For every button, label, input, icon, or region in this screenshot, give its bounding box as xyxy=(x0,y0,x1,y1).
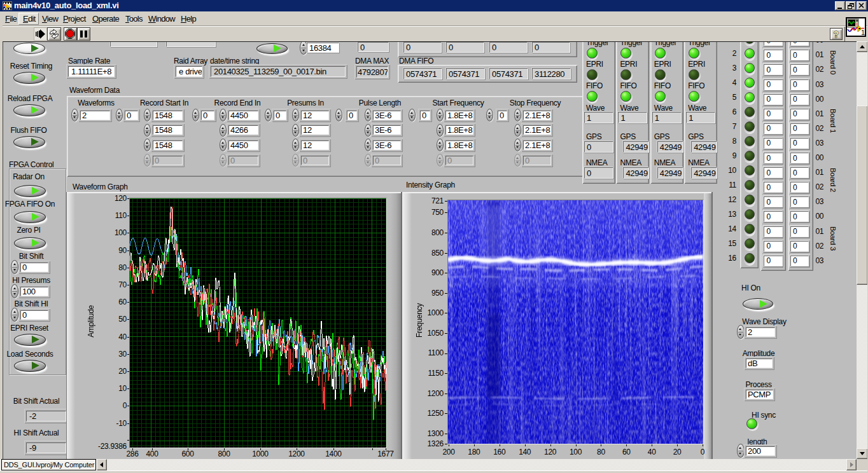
svg-text:?: ? xyxy=(834,29,839,39)
svg-text:1: 1 xyxy=(861,29,865,36)
